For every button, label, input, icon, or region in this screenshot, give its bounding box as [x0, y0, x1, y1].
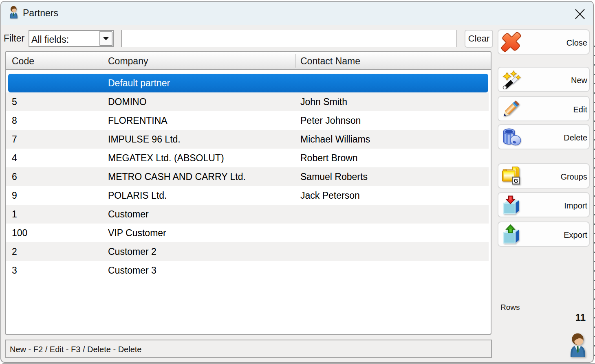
svg-text:G: G — [514, 178, 518, 184]
